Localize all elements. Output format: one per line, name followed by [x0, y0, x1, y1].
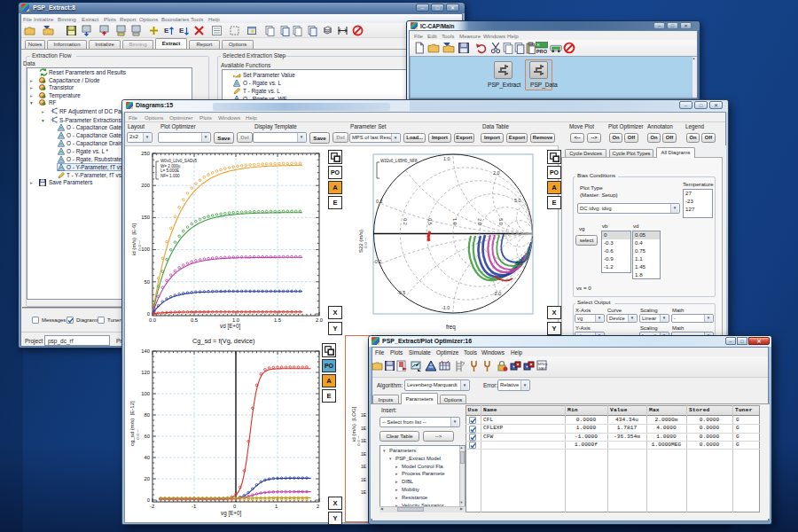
svg-text:?: ?: [461, 361, 465, 367]
svg-text:?: ?: [544, 363, 548, 368]
